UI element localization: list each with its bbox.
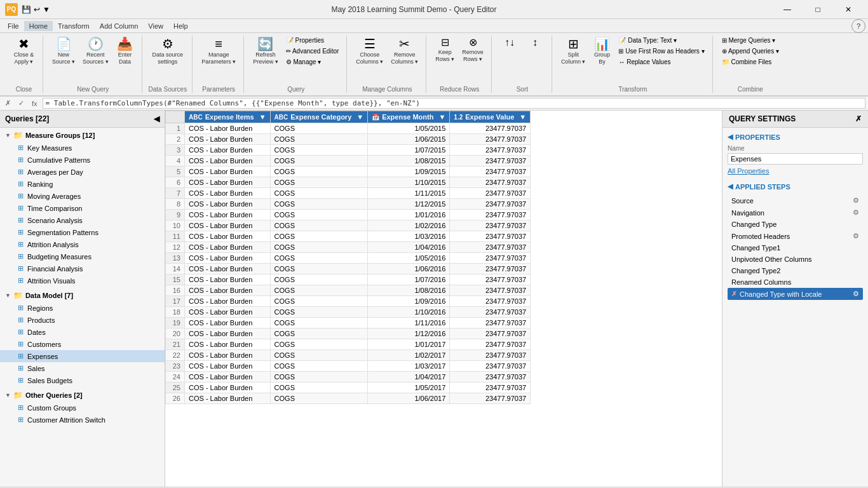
col-filter-icon[interactable]: ▼ <box>438 113 445 121</box>
step-source[interactable]: Source ⚙ <box>728 194 863 207</box>
sidebar-item-cumulative-patterns[interactable]: ⊞Cumulative Patterns <box>0 154 165 166</box>
table-row[interactable]: 5COS - Labor BurdenCOGS1/09/201523477.97… <box>166 166 531 177</box>
manage-parameters-button[interactable]: ≡ ManageParameters ▾ <box>199 36 238 67</box>
step-settings-icon[interactable]: ⚙ <box>853 232 859 240</box>
table-row[interactable]: 4COS - Labor BurdenCOGS1/08/201523477.97… <box>166 156 531 166</box>
sidebar-item-financial-analysis[interactable]: ⊞Financial Analysis <box>0 262 165 274</box>
step-settings-icon[interactable]: ⚙ <box>853 208 859 217</box>
sidebar-item-dates[interactable]: ⊞Dates <box>0 326 165 338</box>
remove-rows-button[interactable]: ⊗ RemoveRows ▾ <box>459 36 486 65</box>
append-queries-button[interactable]: ⊕ Append Queries ▾ <box>719 46 782 56</box>
split-column-button[interactable]: ⊞ SplitColumn ▾ <box>559 36 588 67</box>
formula-accept-button[interactable]: ✓ <box>16 99 27 107</box>
sidebar-item-budgeting-measures[interactable]: ⊞Budgeting Measures <box>0 250 165 262</box>
table-row[interactable]: 3COS - Labor BurdenCOGS1/07/201523477.97… <box>166 145 531 156</box>
table-row[interactable]: 18COS - Labor BurdenCOGS1/10/201623477.9… <box>166 307 531 318</box>
table-row[interactable]: 12COS - Labor BurdenCOGS1/04/201623477.9… <box>166 242 531 253</box>
step-promoted-headers[interactable]: Promoted Headers ⚙ <box>728 230 863 242</box>
group-header-measure-groups[interactable]: ▼ 📁 Measure Groups [12] <box>0 129 165 142</box>
replace-values-button[interactable]: ↔ Replace Values <box>616 57 707 67</box>
sort-ascending-button[interactable]: ↑↓ <box>498 36 521 51</box>
table-row[interactable]: 21COS - Labor BurdenCOGS1/01/201723477.9… <box>166 339 531 350</box>
sidebar-item-customers[interactable]: ⊞Customers <box>0 338 165 350</box>
table-row[interactable]: 22COS - Labor BurdenCOGS1/02/201723477.9… <box>166 350 531 361</box>
undo-icon[interactable]: ↩ <box>34 5 40 14</box>
col-filter-icon[interactable]: ▼ <box>259 113 266 121</box>
new-source-button[interactable]: 📄 NewSource ▾ <box>50 36 78 67</box>
quick-actions[interactable]: 💾 ↩ ▼ <box>22 5 50 14</box>
table-row[interactable]: 25COS - Labor BurdenCOGS1/05/201723477.9… <box>166 383 531 393</box>
table-row[interactable]: 20COS - Labor BurdenCOGS1/12/201623477.9… <box>166 329 531 339</box>
recent-sources-button[interactable]: 🕐 RecentSources ▾ <box>80 36 111 67</box>
column-header-expense-category[interactable]: ABC Expense Category ▼ <box>270 111 368 123</box>
close-button[interactable]: ✕ <box>834 0 863 19</box>
sidebar-item-averages-per-day[interactable]: ⊞Averages per Day <box>0 166 165 178</box>
table-row[interactable]: 23COS - Labor BurdenCOGS1/03/201723477.9… <box>166 361 531 372</box>
query-settings-close-button[interactable]: ✗ <box>855 114 862 123</box>
table-row[interactable]: 6COS - Labor BurdenCOGS1/10/201523477.97… <box>166 177 531 188</box>
manage-button[interactable]: ⚙ Manage ▾ <box>283 57 342 67</box>
step-changed-type-with-locale[interactable]: ✗ Changed Type with Locale ⚙ <box>728 288 863 300</box>
combine-files-button[interactable]: 📁 Combine Files <box>719 57 782 67</box>
sidebar-collapse-button[interactable]: ◀ <box>154 114 159 123</box>
sidebar-item-sales-budgets[interactable]: ⊞Sales Budgets <box>0 374 165 386</box>
sidebar-item-ranking[interactable]: ⊞Ranking <box>0 178 165 190</box>
table-row[interactable]: 2COS - Labor BurdenCOGS1/06/201523477.97… <box>166 134 531 145</box>
step-changed-type[interactable]: Changed Type <box>728 219 863 230</box>
table-row[interactable]: 10COS - Labor BurdenCOGS1/02/201623477.9… <box>166 220 531 231</box>
table-row[interactable]: 9COS - Labor BurdenCOGS1/01/201623477.97… <box>166 210 531 220</box>
data-source-settings-button[interactable]: ⚙ Data sourcesettings <box>150 36 186 67</box>
table-row[interactable]: 14COS - Labor BurdenCOGS1/06/201623477.9… <box>166 264 531 274</box>
save-icon[interactable]: 💾 <box>22 5 31 14</box>
sidebar-item-key-measures[interactable]: ⊞Key Measures <box>0 142 165 154</box>
choose-columns-button[interactable]: ☰ ChooseColumns ▾ <box>353 36 386 67</box>
table-row[interactable]: 19COS - Labor BurdenCOGS1/11/201623477.9… <box>166 318 531 329</box>
sidebar-item-moving-averages[interactable]: ⊞Moving Averages <box>0 190 165 202</box>
sidebar-item-attrition-analysis[interactable]: ⊞Attrition Analysis <box>0 238 165 250</box>
table-row[interactable]: 17COS - Labor BurdenCOGS1/09/201623477.9… <box>166 296 531 307</box>
sidebar-item-custom-groups[interactable]: ⊞Custom Groups <box>0 402 165 414</box>
enter-data-button[interactable]: 📥 EnterData <box>114 36 137 67</box>
advanced-editor-button[interactable]: ✏ Advanced Editor <box>283 46 342 56</box>
column-header-expense-items[interactable]: ABC Expense Items ▼ <box>185 111 271 123</box>
step-settings-icon[interactable]: ⚙ <box>853 290 859 298</box>
menu-file[interactable]: File <box>3 21 24 31</box>
properties-button[interactable]: 📝 Properties <box>283 36 342 45</box>
step-settings-icon[interactable]: ⚙ <box>853 196 859 205</box>
table-row[interactable]: 15COS - Labor BurdenCOGS1/07/201623477.9… <box>166 274 531 285</box>
refresh-preview-button[interactable]: 🔄 RefreshPreview ▾ <box>250 36 281 67</box>
table-row[interactable]: 13COS - Labor BurdenCOGS1/05/201623477.9… <box>166 253 531 264</box>
table-row[interactable]: 1COS - Labor BurdenCOGS1/05/201523477.97… <box>166 123 531 134</box>
menu-transform[interactable]: Transform <box>53 21 95 31</box>
sidebar-item-expenses[interactable]: ⊞Expenses <box>0 350 165 362</box>
step-renamed-columns[interactable]: Renamed Columns <box>728 276 863 288</box>
dropdown-icon[interactable]: ▼ <box>43 5 50 14</box>
step-changed-type2[interactable]: Changed Type2 <box>728 265 863 276</box>
table-row[interactable]: 8COS - Labor BurdenCOGS1/12/201523477.97… <box>166 199 531 210</box>
table-row[interactable]: 24COS - Labor BurdenCOGS1/04/201723477.9… <box>166 372 531 383</box>
table-row[interactable]: 26COS - Labor BurdenCOGS1/06/201723477.9… <box>166 393 531 404</box>
remove-columns-button[interactable]: ✂ RemoveColumns ▾ <box>388 36 421 67</box>
sidebar-item-time-comparison[interactable]: ⊞Time Comparison <box>0 202 165 214</box>
group-header-other-queries[interactable]: ▼ 📁 Other Queries [2] <box>0 389 165 402</box>
sidebar-item-attrition-visuals[interactable]: ⊞Attrition Visuals <box>0 274 165 287</box>
sidebar-item-customer-attrition-switch[interactable]: ⊞Customer Attrition Switch <box>0 414 165 426</box>
step-navigation[interactable]: Navigation ⚙ <box>728 207 863 219</box>
group-by-button[interactable]: 📊 GroupBy <box>590 36 613 67</box>
data-type-button[interactable]: 📝 Data Type: Text ▾ <box>616 36 707 45</box>
merge-queries-button[interactable]: ⊞ Merge Queries ▾ <box>719 36 782 45</box>
group-header-data-model[interactable]: ▼ 📁 Data Model [7] <box>0 289 165 302</box>
all-properties-link[interactable]: All Properties <box>728 167 769 175</box>
table-row[interactable]: 7COS - Labor BurdenCOGS1/11/201523477.97… <box>166 188 531 199</box>
keep-rows-button[interactable]: ⊟ KeepRows ▾ <box>433 36 457 65</box>
sidebar-item-scenario-analysis[interactable]: ⊞Scenario Analysis <box>0 214 165 226</box>
menu-help[interactable]: Help <box>168 21 193 31</box>
table-row[interactable]: 16COS - Labor BurdenCOGS1/08/201623477.9… <box>166 285 531 296</box>
close-apply-button[interactable]: ✖ Close &Apply ▾ <box>11 36 37 67</box>
sort-descending-button[interactable]: ↕ <box>524 36 546 51</box>
step-unpivoted-other-columns[interactable]: Unpivoted Other Columns <box>728 254 863 265</box>
col-filter-icon[interactable]: ▼ <box>356 113 363 121</box>
formula-input[interactable] <box>43 98 865 109</box>
menu-home[interactable]: Home <box>24 21 53 31</box>
col-filter-icon[interactable]: ▼ <box>519 113 526 121</box>
